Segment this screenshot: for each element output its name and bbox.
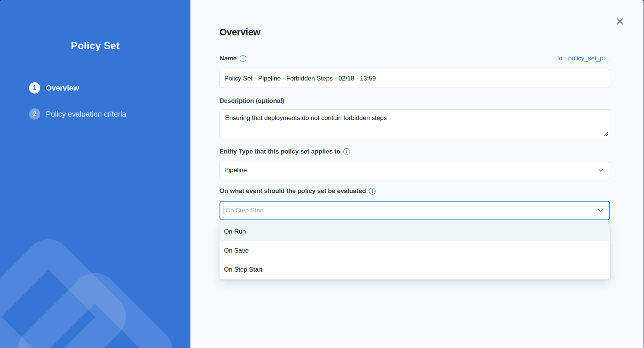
event-option[interactable]: On Step Start: [220, 260, 610, 279]
id-label: Id :: [557, 55, 566, 62]
name-label: Name: [220, 55, 237, 62]
event-option[interactable]: On Save: [220, 241, 610, 260]
sidebar: Policy Set 1 Overview 2 Policy evaluatio…: [0, 0, 190, 348]
info-icon[interactable]: i: [240, 55, 246, 62]
description-textarea[interactable]: Ensuring that deployments do not contain…: [220, 109, 610, 138]
entity-type-value: Pipeline: [224, 167, 247, 174]
step-2-indicator: 2: [29, 108, 40, 120]
event-options-menu: On Run On Save On Step Start: [220, 222, 610, 279]
overview-step-panel: Overview Name i Id : policy_set_pi... De…: [190, 0, 644, 348]
description-label: Description (optional): [220, 97, 284, 105]
step-overview[interactable]: 1 Overview: [29, 82, 126, 94]
entity-type-select[interactable]: Pipeline: [220, 161, 610, 179]
event-label: On what event should the policy set be e…: [220, 187, 366, 195]
step-2-label: Policy evaluation criteria: [46, 110, 126, 118]
policy-set-dialog: Policy Set 1 Overview 2 Policy evaluatio…: [0, 0, 644, 348]
close-button[interactable]: [615, 16, 625, 26]
sidebar-title: Policy Set: [0, 40, 190, 52]
entity-type-label: Entity Type that this policy set applies…: [220, 148, 340, 155]
event-placeholder: On Step Start: [225, 207, 264, 214]
resize-handle-icon[interactable]: [603, 132, 608, 136]
step-list: 1 Overview 2 Policy evaluation criteria: [29, 82, 126, 135]
page-title: Overview: [220, 27, 261, 38]
step-1-label: Overview: [46, 84, 79, 92]
info-icon[interactable]: i: [369, 188, 376, 194]
event-option[interactable]: On Run: [220, 222, 610, 241]
policy-set-id-link[interactable]: policy_set_pi...: [568, 55, 610, 62]
text-caret: [224, 206, 224, 215]
event-select[interactable]: On Step Start: [220, 201, 610, 220]
step-policy-evaluation-criteria[interactable]: 2 Policy evaluation criteria: [29, 108, 126, 120]
step-1-indicator: 1: [29, 82, 40, 94]
info-icon[interactable]: i: [343, 148, 350, 155]
chevron-down-icon: [597, 207, 604, 214]
close-icon: [616, 18, 624, 25]
chevron-down-icon: [597, 167, 604, 174]
name-input[interactable]: [220, 69, 610, 88]
